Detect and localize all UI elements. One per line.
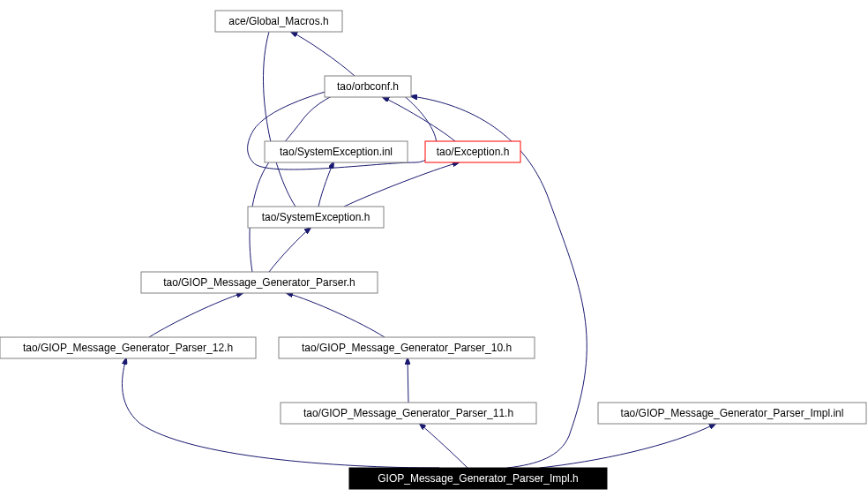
edge-sysexc-sysexcinl: [318, 162, 333, 207]
node-parser[interactable]: tao/GIOP_Message_Generator_Parser.h: [141, 272, 378, 293]
node-sysexc[interactable]: tao/SystemException.h: [248, 207, 384, 228]
edge-orbconf-macros: [291, 32, 355, 76]
node-label: GIOP_Message_Generator_Parser_Impl.h: [378, 472, 578, 485]
node-exception[interactable]: tao/Exception.h: [425, 141, 520, 162]
node-label: tao/GIOP_Message_Generator_Parser_11.h: [303, 407, 513, 419]
node-label: ace/Global_Macros.h: [228, 15, 328, 27]
node-label: tao/GIOP_Message_Generator_Parser_10.h: [302, 342, 512, 354]
node-p11[interactable]: tao/GIOP_Message_Generator_Parser_11.h: [281, 403, 536, 424]
edge-p10-parser: [287, 293, 385, 337]
node-p10[interactable]: tao/GIOP_Message_Generator_Parser_10.h: [279, 337, 535, 358]
node-label: tao/Exception.h: [437, 146, 510, 158]
node-label: tao/GIOP_Message_Generator_Parser.h: [163, 276, 355, 289]
node-label: tao/SystemException.h: [262, 211, 370, 223]
node-label: tao/GIOP_Message_Generator_Parser_12.h: [23, 342, 233, 354]
node-label: tao/SystemException.inl: [280, 146, 393, 158]
node-label: tao/GIOP_Message_Generator_Parser_Impl.i…: [621, 407, 844, 419]
node-p12[interactable]: tao/GIOP_Message_Generator_Parser_12.h: [0, 337, 256, 358]
nodes-layer: GIOP_Message_Generator_Parser_Impl.htao/…: [0, 11, 866, 489]
node-impl_inl[interactable]: tao/GIOP_Message_Generator_Parser_Impl.i…: [598, 403, 866, 424]
node-sysexcinl[interactable]: tao/SystemException.inl: [265, 141, 408, 162]
edges-layer: [122, 21, 715, 468]
edge-p12-parser: [149, 293, 243, 337]
edge-sysexc-exception: [344, 162, 459, 207]
node-macros[interactable]: ace/Global_Macros.h: [215, 11, 342, 32]
node-orbconf[interactable]: tao/orbconf.h: [325, 76, 411, 97]
edge-parser-orbconf: [250, 89, 348, 272]
edge-p11-p10: [408, 358, 408, 403]
edge-root-impl_inl: [540, 424, 715, 468]
node-root[interactable]: GIOP_Message_Generator_Parser_Impl.h: [349, 468, 607, 489]
node-label: tao/orbconf.h: [337, 80, 399, 93]
edge-parser-sysexc: [269, 228, 311, 272]
edge-sysexc-macros: [263, 21, 296, 207]
edge-root-p11: [420, 424, 468, 468]
include-graph: GIOP_Message_Generator_Parser_Impl.htao/…: [0, 0, 868, 497]
